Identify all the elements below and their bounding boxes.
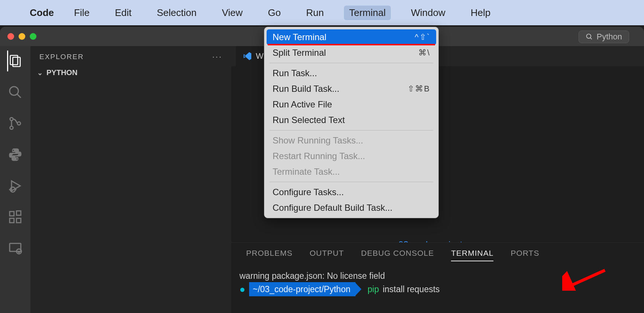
extensions-icon[interactable] — [7, 209, 23, 225]
menu-item-shortcut: ⌘\ — [418, 48, 430, 58]
menu-item-label: Configure Tasks... — [273, 187, 344, 197]
menu-item-run-task[interactable]: Run Task... — [264, 65, 438, 81]
svg-rect-15 — [16, 218, 21, 223]
search-placeholder-text: Python — [597, 32, 622, 42]
search-icon — [586, 33, 593, 41]
vscode-file-icon — [242, 51, 252, 61]
menu-file[interactable]: File — [69, 6, 95, 20]
svg-point-8 — [17, 122, 20, 125]
menu-item-run-active-file[interactable]: Run Active File — [264, 97, 438, 112]
menu-item-shortcut: ^⇧` — [415, 32, 430, 42]
panel-tab-debug-console[interactable]: DEBUG CONSOLE — [361, 249, 434, 261]
menu-item-new-terminal[interactable]: New Terminal ^⇧` — [267, 29, 436, 45]
menu-item-label: Run Task... — [273, 68, 317, 78]
menu-item-split-terminal[interactable]: Split Terminal ⌘\ — [264, 45, 438, 61]
folder-name: PYTHON — [46, 68, 77, 77]
explorer-icon[interactable] — [7, 53, 23, 69]
prompt-arrow-icon — [355, 283, 361, 296]
panel-tab-terminal[interactable]: TERMINAL — [451, 249, 493, 261]
menu-item-label: Configure Default Build Task... — [273, 203, 392, 213]
menu-item-configure-tasks[interactable]: Configure Tasks... — [264, 184, 438, 200]
traffic-lights — [7, 33, 36, 40]
chevron-down-icon: ⌄ — [37, 69, 43, 77]
remote-explorer-icon[interactable] — [7, 240, 23, 256]
menu-item-show-running-tasks: Show Running Tasks... — [264, 133, 438, 148]
menu-item-label: Run Build Task... — [273, 84, 339, 94]
menu-run[interactable]: Run — [301, 6, 329, 20]
run-debug-icon[interactable] — [7, 178, 23, 194]
panel-tab-problems[interactable]: PROBLEMS — [246, 249, 293, 261]
menu-separator — [270, 63, 433, 63]
menu-separator — [270, 182, 433, 182]
menu-item-terminate-task: Terminate Task... — [264, 164, 438, 180]
menu-item-label: Restart Running Task... — [273, 151, 365, 161]
svg-rect-14 — [10, 218, 14, 223]
folder-root-row[interactable]: ⌄ PYTHON — [30, 65, 231, 80]
prompt-bullet-icon: ● — [239, 283, 245, 296]
svg-line-5 — [17, 94, 21, 98]
svg-point-6 — [10, 117, 13, 120]
svg-point-4 — [10, 87, 18, 95]
menu-item-restart-running-task: Restart Running Task... — [264, 148, 438, 164]
svg-rect-17 — [10, 243, 21, 252]
menu-separator — [270, 130, 433, 130]
menu-selection[interactable]: Selection — [152, 6, 202, 20]
svg-rect-13 — [10, 212, 14, 216]
panel-tab-output[interactable]: OUTPUT — [310, 249, 344, 261]
annotation-red-underline — [268, 44, 435, 45]
annotation-red-arrow — [562, 268, 607, 291]
menu-terminal[interactable]: Terminal — [344, 6, 391, 20]
menu-edit[interactable]: Edit — [110, 6, 137, 20]
menu-window[interactable]: Window — [406, 6, 450, 20]
terminal-dropdown-menu: New Terminal ^⇧` Split Terminal ⌘\ Run T… — [264, 27, 439, 218]
menu-item-run-selected-text[interactable]: Run Selected Text — [264, 112, 438, 128]
search-activity-icon[interactable] — [7, 84, 23, 100]
svg-point-0 — [586, 34, 591, 39]
command-center-search[interactable]: Python — [579, 30, 629, 43]
source-control-icon[interactable] — [7, 115, 23, 132]
panel-tab-ports[interactable]: PORTS — [511, 249, 539, 261]
menu-item-label: Run Active File — [273, 99, 332, 110]
terminal-cmd-pip: pip — [367, 283, 379, 296]
menu-item-label: Split Terminal — [273, 48, 326, 58]
sidebar-title-label: EXPLORER — [39, 53, 84, 61]
sidebar-more-icon[interactable]: ··· — [212, 52, 222, 62]
tab-label: W — [256, 51, 264, 61]
menu-item-run-build-task[interactable]: Run Build Task... ⇧⌘B — [264, 81, 438, 97]
terminal-cmd-args: install requests — [383, 283, 439, 296]
svg-point-7 — [10, 126, 13, 129]
menu-help[interactable]: Help — [466, 6, 496, 20]
macos-menubar: Code File Edit Selection View Go Run Ter… — [0, 0, 644, 25]
menu-item-label: Terminate Task... — [273, 167, 340, 177]
svg-line-20 — [568, 270, 605, 287]
menu-view[interactable]: View — [217, 6, 248, 20]
activity-bar — [0, 46, 30, 313]
app-name[interactable]: Code — [30, 7, 54, 19]
menu-item-shortcut: ⇧⌘B — [408, 84, 430, 94]
python-env-icon[interactable] — [7, 146, 23, 163]
explorer-sidebar: EXPLORER ··· ⌄ PYTHON — [30, 46, 231, 313]
menu-item-label: Show Running Tasks... — [273, 135, 363, 146]
prompt-path-segment: ~/03_code-project/Python — [249, 282, 356, 296]
menu-item-configure-default-build-task[interactable]: Configure Default Build Task... — [264, 200, 438, 216]
maximize-window-button[interactable] — [30, 33, 36, 40]
minimize-window-button[interactable] — [19, 33, 25, 40]
svg-rect-16 — [16, 211, 21, 215]
menu-item-label: Run Selected Text — [273, 115, 345, 125]
menu-item-label: New Terminal — [273, 32, 326, 42]
panel-tab-row: PROBLEMS OUTPUT DEBUG CONSOLE TERMINAL P… — [231, 243, 644, 261]
svg-line-1 — [590, 38, 592, 39]
menu-go[interactable]: Go — [263, 6, 286, 20]
close-window-button[interactable] — [7, 33, 14, 40]
